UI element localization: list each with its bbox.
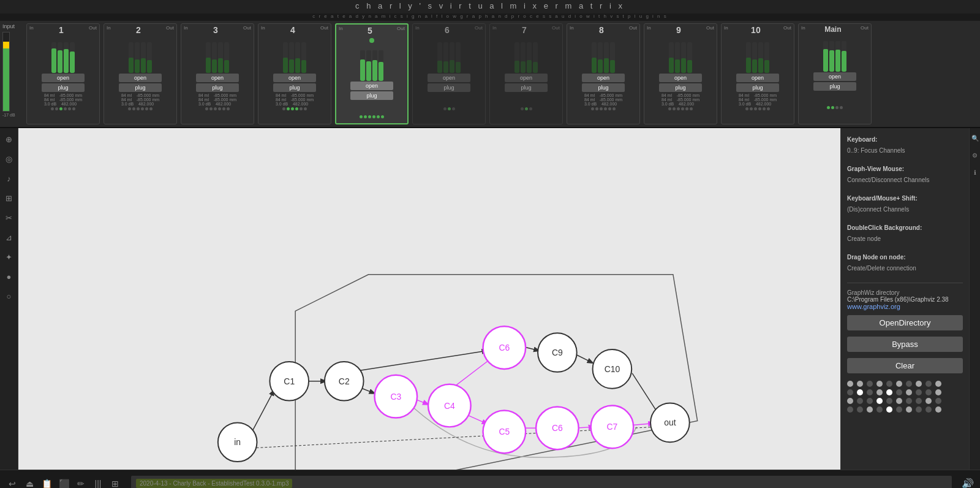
bottom-icon-stop[interactable]: ⬛ — [58, 478, 70, 489]
bottom-icon-copy[interactable]: 📋 — [40, 478, 53, 489]
bottom-icon-grid[interactable]: ⊞ — [109, 478, 121, 489]
fader-bar-5d — [379, 50, 383, 81]
bottom-icon-chart[interactable]: ||| — [92, 478, 104, 489]
fader-bar-4b — [289, 42, 294, 73]
open-directory-button[interactable]: OpenDirectory — [847, 315, 963, 330]
dot-main-4 — [840, 106, 843, 109]
node-c5-label: C5 — [499, 427, 510, 437]
fader-fill-3a — [206, 58, 211, 73]
dots-row-4 — [282, 107, 307, 110]
open-btn-6[interactable]: open — [428, 74, 470, 82]
right-icon-settings[interactable]: ⚙ — [970, 150, 980, 160]
graphwiz-section: GraphWiz directory C:\Program Files (x86… — [847, 289, 963, 310]
graph-canvas[interactable]: in C1 C2 C3 C4 C5 C6 C6 C7 — [18, 128, 840, 470]
clear-button[interactable]: Clear — [847, 358, 963, 373]
plug-btn-5[interactable]: plug — [350, 91, 393, 100]
fader-fill-5d — [379, 62, 383, 81]
strip-out-label-4: Out — [320, 25, 328, 36]
input-db-label: -17 dB — [2, 113, 24, 117]
strip-number-7: 7 — [522, 25, 527, 35]
dm-dot-39 — [925, 406, 932, 413]
node-c3-label: C3 — [390, 392, 401, 402]
strip-info-4: 84 ml -85.000 mm 84 ml -85.000 mm 3.0 dB… — [276, 93, 314, 106]
fader-bar-3b — [212, 42, 217, 73]
left-icon-note[interactable]: ♪ — [3, 172, 15, 185]
fader-area-4 — [260, 36, 330, 73]
left-icon-circle[interactable]: ○ — [3, 290, 15, 302]
dm-dot-28 — [916, 398, 922, 404]
left-icon-target[interactable]: ◎ — [3, 153, 15, 165]
channel-strip-5: In 5 Out open plug — [335, 23, 409, 124]
dot-4-5 — [300, 107, 303, 110]
strip-in-label-5: In — [339, 26, 343, 37]
fader-fill-3d — [224, 60, 229, 73]
dm-dot-33 — [867, 406, 873, 413]
fader-area-5 — [337, 44, 406, 81]
help-shift-section: Keyboard/Mouse+ Shift: (Dis)connect Chan… — [847, 192, 963, 214]
dot-4-4 — [295, 107, 298, 110]
fader-bar-1b — [58, 42, 62, 73]
left-icon-plus[interactable]: ✦ — [3, 251, 15, 263]
open-btn-4[interactable]: open — [273, 74, 316, 82]
dot-1-4 — [64, 107, 67, 110]
plug-btn-4[interactable]: plug — [273, 83, 316, 92]
left-icon-mix[interactable]: ⊿ — [3, 231, 15, 243]
fader-fill-8a — [592, 58, 597, 73]
status-bar: 2020-4-13 - Charly Back - EstablishedTes… — [131, 476, 952, 489]
volume-icon[interactable]: 🔊 — [962, 478, 974, 488]
app-title: c h a r l y ' s v i r t u a l m i x e r … — [355, 1, 625, 10]
strip-header-6: In 6 Out — [414, 25, 484, 36]
bottom-icon-back[interactable]: ↩ — [6, 478, 18, 489]
fader-fill-3c — [218, 58, 223, 73]
open-btn-3[interactable]: open — [196, 74, 239, 82]
node-c1-label: C1 — [284, 376, 295, 386]
fader-fill-1a — [51, 48, 56, 73]
plug-btn-7[interactable]: plug — [505, 83, 548, 92]
plug-btn-2[interactable]: plug — [119, 83, 162, 92]
plug-btn-8[interactable]: plug — [582, 83, 625, 92]
open-btn-10[interactable]: open — [736, 74, 779, 82]
open-btn-2[interactable]: open — [119, 74, 162, 82]
right-icon-search[interactable]: 🔍 — [970, 133, 980, 143]
open-btn-8[interactable]: open — [582, 74, 625, 82]
fader-bar-6b — [443, 42, 448, 73]
plug-btn-3[interactable]: plug — [196, 83, 239, 92]
fader-fill-10b — [752, 59, 757, 74]
strip-info-2: 84 ml -85.000 mm 84 ml -85.000 mm 3.0 dB… — [121, 93, 159, 106]
graphwiz-url[interactable]: www.graphviz.org — [847, 303, 963, 310]
fader-bar-4d — [301, 42, 306, 73]
dot-4-2 — [287, 107, 290, 110]
help-mouse-section: Graph-View Mouse: Connect/Disconnect Cha… — [847, 162, 963, 185]
strip-out-label-5: Out — [397, 26, 405, 37]
bottom-icon-edit[interactable]: ✏ — [75, 478, 87, 489]
fader-fill-4c — [295, 58, 300, 73]
open-btn-9[interactable]: open — [659, 74, 702, 82]
strip-out-label-2: Out — [166, 25, 174, 36]
left-icon-globe[interactable]: ⊕ — [3, 133, 15, 145]
plug-btn-9[interactable]: plug — [659, 83, 702, 92]
strip-info-5 — [371, 101, 372, 114]
left-icon-dot[interactable]: ● — [3, 270, 15, 283]
bottom-icon-eject[interactable]: ⏏ — [23, 478, 36, 489]
fader-fill-7a — [514, 61, 519, 73]
dm-dot-26 — [896, 398, 902, 404]
open-btn-main[interactable]: open — [813, 72, 856, 81]
open-btn-5[interactable]: open — [350, 82, 393, 90]
strip-in-label-6: In — [415, 25, 420, 36]
node-c7-label: C7 — [607, 422, 618, 432]
plug-btn-main[interactable]: plug — [813, 82, 856, 91]
strip-number-2: 2 — [136, 25, 141, 35]
bypass-button[interactable]: Bypass — [847, 337, 963, 352]
open-btn-1[interactable]: open — [42, 74, 85, 82]
fader-bar-main-c — [835, 41, 840, 72]
left-icon-tool[interactable]: ✂ — [3, 212, 15, 224]
left-icon-grid[interactable]: ⊞ — [3, 192, 15, 204]
plug-btn-1[interactable]: plug — [42, 83, 85, 92]
dm-dot-18 — [916, 389, 922, 395]
right-icon-info[interactable]: ℹ — [970, 167, 980, 177]
plug-btn-6[interactable]: plug — [428, 83, 470, 92]
fader-bar-3c — [218, 42, 223, 73]
dots-row-2 — [128, 107, 153, 110]
open-btn-7[interactable]: open — [505, 74, 548, 82]
plug-btn-10[interactable]: plug — [736, 83, 779, 92]
